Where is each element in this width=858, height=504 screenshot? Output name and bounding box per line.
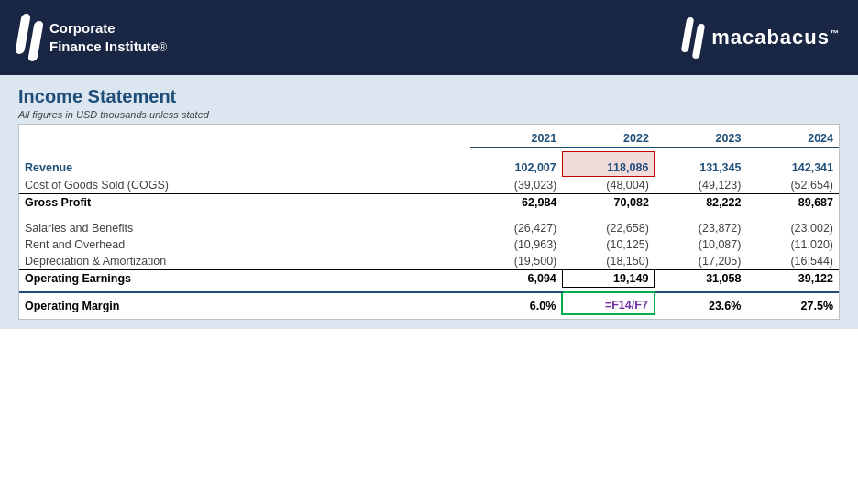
op-margin-2024: 27.5% (746, 292, 839, 314)
cfi-logo-icon (18, 14, 40, 61)
cfi-name-line2: Finance Institute® (50, 38, 167, 54)
operating-earnings-row: Operating Earnings 6,094 19,149 31,058 3… (19, 270, 839, 288)
macabacus-slash-2 (692, 24, 706, 59)
year-2021-header: 2021 (470, 130, 563, 148)
label-col-header (19, 130, 470, 148)
da-label: Depreciation & Amortization (19, 253, 470, 270)
year-2024-header: 2024 (746, 130, 839, 148)
spacer-4 (19, 314, 839, 319)
section-title: Income Statement (18, 82, 840, 109)
macabacus-logo-icon (684, 17, 702, 59)
gross-profit-row: Gross Profit 62,984 70,082 82,222 89,687 (19, 194, 839, 212)
cogs-label: Cost of Goods Sold (COGS) (19, 177, 470, 194)
cogs-row: Cost of Goods Sold (COGS) (39,023) (48,0… (19, 177, 839, 194)
revenue-label: Revenue (19, 152, 470, 177)
salaries-2024: (23,002) (746, 214, 839, 236)
operating-margin-row: Operating Margin 6.0% =F14/F7 23.6% 27.5… (19, 292, 839, 314)
da-row: Depreciation & Amortization (19,500) (18… (19, 253, 839, 270)
op-earnings-2022: 19,149 (562, 270, 654, 288)
gross-profit-2022: 70,082 (562, 194, 654, 212)
rent-2024: (11,020) (746, 236, 839, 253)
macabacus-name: macabacus™ (711, 26, 840, 49)
revenue-row: Revenue 102,007 118,086 131,345 142,341 (19, 152, 839, 177)
cfi-logo: Corporate Finance Institute® (18, 14, 167, 61)
op-earnings-2023: 31,058 (654, 270, 747, 288)
revenue-2021: 102,007 (470, 152, 563, 177)
cogs-2022: (48,004) (562, 177, 654, 194)
revenue-2024: 142,341 (746, 152, 839, 177)
da-2022: (18,150) (562, 253, 654, 270)
gross-profit-2021: 62,984 (470, 194, 563, 212)
year-header-row: 2021 2022 2023 2024 (19, 130, 839, 148)
macabacus-slash-1 (681, 17, 695, 52)
da-2021: (19,500) (470, 253, 563, 270)
content-area: Income Statement All figures in USD thou… (0, 75, 858, 329)
salaries-2021: (26,427) (470, 214, 563, 236)
cfi-name: Corporate Finance Institute® (50, 19, 167, 55)
salaries-label: Salaries and Benefits (19, 214, 470, 236)
year-2022-header: 2022 (562, 130, 654, 148)
revenue-2023: 131,345 (654, 152, 747, 177)
revenue-2022: 118,086 (562, 152, 654, 177)
rent-label: Rent and Overhead (19, 236, 470, 253)
subtitle: All figures in USD thousands unless stat… (18, 109, 840, 124)
cogs-2021: (39,023) (470, 177, 563, 194)
logo-slash-1 (15, 14, 31, 54)
cogs-2024: (52,654) (746, 177, 839, 194)
rent-2023: (10,087) (654, 236, 747, 253)
op-margin-2023: 23.6% (654, 292, 747, 314)
rent-2022: (10,125) (562, 236, 654, 253)
gross-profit-label: Gross Profit (19, 194, 470, 212)
year-2023-header: 2023 (654, 130, 747, 148)
op-margin-2021: 6.0% (470, 292, 563, 314)
rent-row: Rent and Overhead (10,963) (10,125) (10,… (19, 236, 839, 253)
gross-profit-2024: 89,687 (746, 194, 839, 212)
macabacus-logo: macabacus™ (684, 17, 840, 59)
salaries-row: Salaries and Benefits (26,427) (22,658) … (19, 214, 839, 236)
da-2023: (17,205) (654, 253, 747, 270)
op-margin-label: Operating Margin (19, 292, 470, 314)
da-2024: (16,544) (746, 253, 839, 270)
gross-profit-2023: 82,222 (654, 194, 747, 212)
op-margin-2022[interactable]: =F14/F7 (562, 292, 654, 314)
op-earnings-2021: 6,094 (470, 270, 563, 288)
op-earnings-label: Operating Earnings (19, 270, 470, 288)
income-statement-table: 2021 2022 2023 2024 Revenue 102,007 118,… (19, 125, 839, 319)
salaries-2023: (23,872) (654, 214, 747, 236)
income-table-wrapper: 2021 2022 2023 2024 Revenue 102,007 118,… (18, 124, 840, 320)
op-earnings-2024: 39,122 (746, 270, 839, 288)
logo-slash-2 (28, 21, 44, 61)
rent-2021: (10,963) (470, 236, 563, 253)
cfi-name-line1: Corporate (50, 20, 116, 36)
salaries-2022: (22,658) (562, 214, 654, 236)
page-header: Corporate Finance Institute® macabacus™ (0, 0, 858, 75)
cogs-2023: (49,123) (654, 177, 747, 194)
